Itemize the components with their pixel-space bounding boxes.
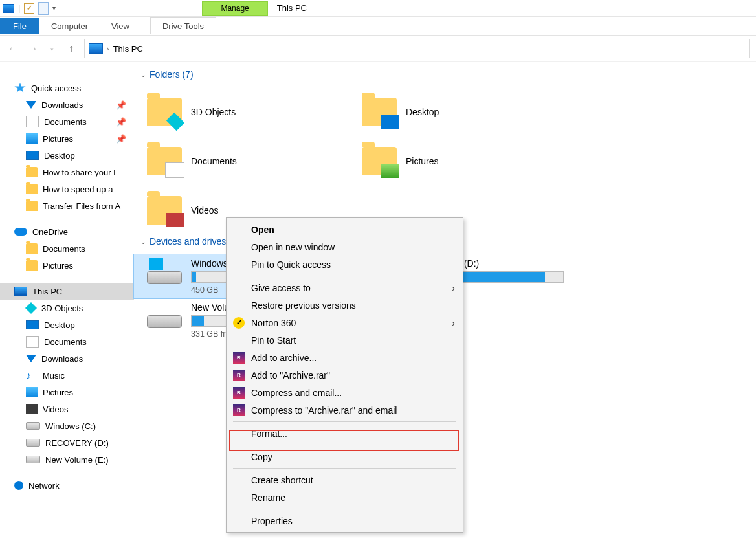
- sidebar-label: Desktop: [44, 320, 75, 330]
- ribbon-tab-view[interactable]: View: [100, 18, 141, 34]
- address-bar-segment[interactable]: This PC: [113, 44, 143, 54]
- ctx-label: Compress and email...: [251, 388, 342, 398]
- sidebar-item-desktop[interactable]: Desktop: [0, 316, 134, 333]
- sidebar-item-folder[interactable]: Pictures: [0, 257, 134, 274]
- ctx-restore-previous-versions[interactable]: Restore previous versions: [227, 296, 463, 314]
- sidebar-item-folder[interactable]: Documents: [0, 240, 134, 257]
- sidebar-item-downloads[interactable]: Downloads📌: [0, 96, 134, 113]
- ctx-label: Pin to Quick access: [251, 260, 331, 270]
- sidebar-item-pictures[interactable]: Pictures📌: [0, 130, 134, 147]
- chevron-right-icon[interactable]: ›: [107, 45, 109, 52]
- chevron-right-icon: ›: [452, 318, 455, 328]
- sidebar-item-folder[interactable]: How to share your I: [0, 164, 134, 181]
- ribbon-tab-computer[interactable]: Computer: [39, 18, 100, 34]
- onedrive-icon: [14, 228, 27, 236]
- sidebar-item-3dobjects[interactable]: 3D Objects: [0, 300, 134, 316]
- ctx-create-shortcut[interactable]: Create shortcut: [227, 471, 463, 489]
- sidebar-item-drive-e[interactable]: New Volume (E:): [0, 451, 134, 468]
- nav-forward-button[interactable]: →: [26, 42, 39, 56]
- ctx-norton-360[interactable]: ✓Norton 360›: [227, 314, 463, 331]
- sidebar-label: How to speed up a: [43, 184, 113, 194]
- qat-new-folder-icon[interactable]: [38, 2, 49, 15]
- winrar-icon: R: [233, 404, 245, 416]
- ctx-pin-quick-access[interactable]: Pin to Quick access: [227, 256, 463, 273]
- sidebar-onedrive[interactable]: OneDrive: [0, 223, 134, 240]
- folder-label: Documents: [191, 156, 237, 166]
- app-icon[interactable]: [3, 4, 14, 13]
- desktop-icon: [26, 151, 39, 160]
- ctx-separator: [233, 276, 456, 276]
- address-bar-icon: [89, 43, 103, 54]
- ctx-compress-archive-rar-email[interactable]: RCompress to "Archive.rar" and email: [227, 401, 463, 419]
- group-header-folders[interactable]: ⌄ Folders (7): [134, 68, 756, 87]
- folder-desktop[interactable]: Desktop: [349, 87, 564, 137]
- ctx-add-to-archive-rar[interactable]: RAdd to "Archive.rar": [227, 366, 463, 384]
- ctx-open-new-window[interactable]: Open in new window: [227, 238, 463, 256]
- sidebar-this-pc[interactable]: This PC: [0, 283, 134, 300]
- sidebar-item-drive-c[interactable]: Windows (C:): [0, 417, 134, 434]
- folder-icon: [26, 167, 38, 177]
- ctx-pin-start[interactable]: Pin to Start: [227, 331, 463, 349]
- address-bar[interactable]: › This PC: [84, 39, 750, 58]
- ctx-rename[interactable]: Rename: [227, 489, 463, 506]
- sidebar-network[interactable]: Network: [0, 477, 134, 494]
- ctx-properties[interactable]: Properties: [227, 512, 463, 529]
- folder-3d-objects[interactable]: 3D Objects: [134, 87, 349, 137]
- sidebar-item-documents[interactable]: Documents📌: [0, 113, 134, 130]
- folder-documents[interactable]: Documents: [134, 137, 349, 186]
- sidebar-item-desktop[interactable]: Desktop: [0, 147, 134, 164]
- separator: |: [18, 3, 20, 13]
- ctx-label: Give access to: [251, 283, 311, 293]
- nav-back-button[interactable]: ←: [6, 42, 19, 56]
- sidebar-item-music[interactable]: ♪Music: [0, 367, 134, 384]
- sidebar-label: Downloads: [41, 354, 83, 364]
- sidebar-item-videos[interactable]: Videos: [0, 401, 134, 417]
- ribbon-tab-file[interactable]: File: [0, 18, 39, 34]
- folder-pictures[interactable]: Pictures: [349, 137, 564, 186]
- sidebar-label: Videos: [43, 404, 69, 414]
- ctx-compress-email[interactable]: RCompress and email...: [227, 384, 463, 401]
- pin-icon: 📌: [116, 134, 126, 144]
- ctx-open[interactable]: Open: [227, 221, 463, 238]
- sidebar-label: Documents: [44, 117, 87, 127]
- folders-grid: 3D Objects Desktop Documents Pictures Vi…: [134, 87, 756, 235]
- sidebar-item-drive-d[interactable]: RECOVERY (D:): [0, 434, 134, 451]
- folder-label: Pictures: [406, 156, 439, 166]
- ctx-add-to-archive[interactable]: RAdd to archive...: [227, 349, 463, 366]
- ctx-separator: [233, 421, 456, 422]
- window-title: This PC: [268, 3, 316, 13]
- nav-recent-dropdown[interactable]: ▾: [45, 42, 58, 56]
- qat-customize-dropdown-icon[interactable]: ▾: [52, 5, 56, 12]
- ctx-format[interactable]: Format...: [227, 425, 463, 442]
- qat-properties-icon[interactable]: ✓: [24, 3, 34, 14]
- navigation-toolbar: ← → ▾ ↑ › This PC: [0, 36, 756, 62]
- sidebar-label: Pictures: [43, 134, 73, 144]
- sidebar-item-pictures[interactable]: Pictures: [0, 384, 134, 401]
- sidebar-item-documents[interactable]: Documents: [0, 333, 134, 350]
- drive-icon: [26, 439, 40, 447]
- sidebar-label: Windows (C:): [45, 421, 96, 431]
- sidebar-item-folder[interactable]: Transfer Files from A: [0, 197, 134, 214]
- documents-icon: [26, 336, 39, 348]
- cube-icon: [25, 302, 37, 314]
- sidebar-item-folder[interactable]: How to speed up a: [0, 181, 134, 197]
- sidebar-quick-access[interactable]: Quick access: [0, 80, 134, 96]
- sidebar-label: Documents: [44, 337, 87, 347]
- network-icon: [14, 481, 23, 490]
- chevron-right-icon: ›: [452, 283, 455, 293]
- sidebar-label: 3D Objects: [41, 304, 83, 313]
- ctx-label: Add to "Archive.rar": [251, 370, 330, 381]
- sidebar-label: New Volume (E:): [45, 455, 109, 465]
- file-explorer-window: | ✓ ▾ Manage This PC File Computer View …: [0, 0, 756, 543]
- ribbon-contextual-manage[interactable]: Manage: [202, 1, 267, 16]
- ctx-copy[interactable]: Copy: [227, 448, 463, 465]
- sidebar-item-downloads[interactable]: Downloads: [0, 350, 134, 367]
- ribbon-tab-drive-tools[interactable]: Drive Tools: [150, 17, 216, 34]
- downloads-icon: [26, 101, 36, 109]
- ctx-give-access-to[interactable]: Give access to›: [227, 279, 463, 296]
- nav-up-button[interactable]: ↑: [65, 43, 78, 54]
- pin-icon: 📌: [116, 117, 126, 127]
- ctx-label: Add to archive...: [251, 353, 317, 363]
- ctx-label: Properties: [251, 516, 293, 526]
- folder-label: 3D Objects: [191, 107, 236, 117]
